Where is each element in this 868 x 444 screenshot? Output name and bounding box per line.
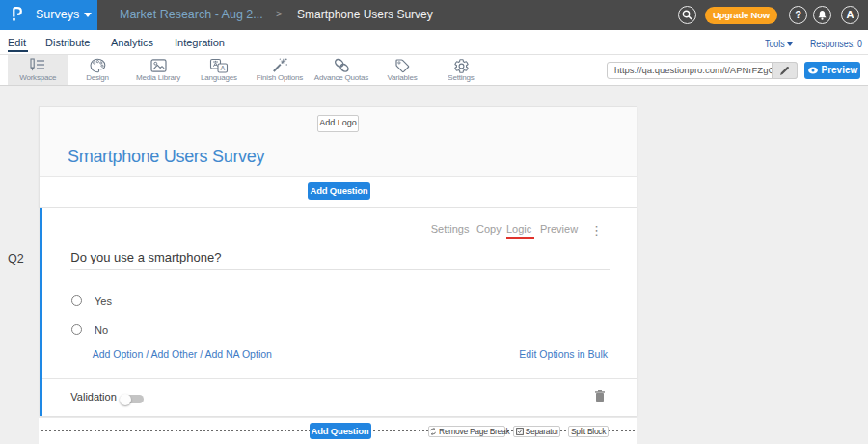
svg-text:A: A <box>220 65 225 71</box>
